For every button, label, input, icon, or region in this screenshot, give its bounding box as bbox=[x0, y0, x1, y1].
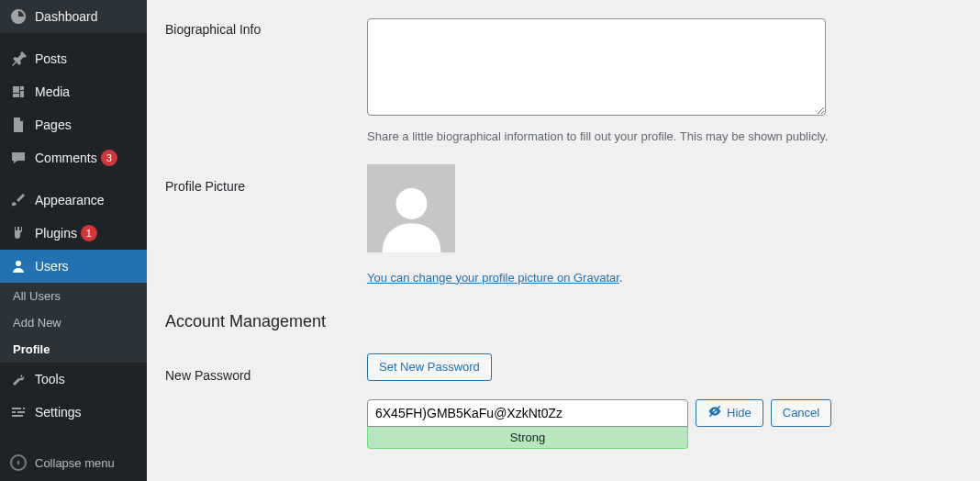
password-strength-indicator: Strong bbox=[367, 427, 688, 449]
collapse-menu-button[interactable]: Collapse menu bbox=[0, 444, 147, 481]
brush-icon bbox=[9, 191, 28, 209]
menu-separator bbox=[0, 174, 147, 184]
menu-label: Appearance bbox=[35, 193, 105, 207]
sidebar-item-users[interactable]: Users bbox=[0, 250, 147, 283]
submenu-profile[interactable]: Profile bbox=[0, 336, 147, 363]
wrench-icon bbox=[9, 370, 28, 388]
menu-label: Pages bbox=[35, 117, 72, 132]
count-badge: 3 bbox=[101, 150, 117, 166]
bio-description: Share a little biographical information … bbox=[367, 128, 962, 146]
submenu-all-users[interactable]: All Users bbox=[0, 283, 147, 309]
password-input-wrap: Strong bbox=[367, 399, 688, 449]
users-submenu: All Users Add New Profile bbox=[0, 283, 147, 363]
menu-label: Dashboard bbox=[35, 9, 98, 24]
bio-row: Biographical Info Share a little biograp… bbox=[165, 0, 962, 146]
password-input[interactable] bbox=[367, 399, 688, 427]
collapse-label: Collapse menu bbox=[35, 456, 115, 470]
pin-icon bbox=[9, 50, 28, 68]
set-new-password-button[interactable]: Set New Password bbox=[367, 353, 492, 381]
picture-label: Profile Picture bbox=[165, 164, 367, 194]
account-management-heading: Account Management bbox=[165, 285, 962, 335]
menu-label: Plugins bbox=[35, 226, 77, 240]
admin-sidebar: Dashboard Posts Media Pages Comments 3 A… bbox=[0, 0, 147, 481]
plug-icon bbox=[9, 224, 28, 242]
bio-field: Share a little biographical information … bbox=[367, 18, 962, 146]
password-input-row: Strong Hide Cancel bbox=[367, 399, 962, 449]
submenu-add-new[interactable]: Add New bbox=[0, 309, 147, 336]
menu-label: Users bbox=[35, 259, 69, 274]
sidebar-item-tools[interactable]: Tools bbox=[0, 363, 147, 396]
new-password-label: New Password bbox=[165, 353, 367, 383]
menu-label: Tools bbox=[35, 372, 65, 386]
cancel-password-button[interactable]: Cancel bbox=[771, 399, 831, 427]
password-field: Set New Password Strong Hide Cancel bbox=[367, 353, 962, 449]
media-icon bbox=[9, 83, 28, 101]
menu-label: Settings bbox=[35, 405, 82, 419]
menu-separator bbox=[0, 33, 147, 42]
count-badge: 1 bbox=[81, 225, 97, 241]
sidebar-item-media[interactable]: Media bbox=[0, 75, 147, 108]
sidebar-item-settings[interactable]: Settings bbox=[0, 396, 147, 429]
sidebar-item-posts[interactable]: Posts bbox=[0, 42, 147, 75]
gravatar-link[interactable]: You can change your profile picture on G… bbox=[367, 271, 619, 285]
picture-field: You can change your profile picture on G… bbox=[367, 164, 962, 285]
menu-label: Comments bbox=[35, 151, 97, 165]
collapse-icon bbox=[9, 453, 28, 472]
sidebar-item-plugins[interactable]: Plugins 1 bbox=[0, 217, 147, 250]
user-icon bbox=[9, 257, 28, 275]
sidebar-item-pages[interactable]: Pages bbox=[0, 108, 147, 141]
svg-point-2 bbox=[395, 187, 427, 218]
avatar-placeholder bbox=[367, 164, 455, 252]
page-icon bbox=[9, 116, 28, 134]
bio-label: Biographical Info bbox=[165, 18, 367, 37]
dashboard-icon bbox=[9, 7, 28, 26]
svg-point-0 bbox=[16, 261, 21, 266]
sidebar-item-comments[interactable]: Comments 3 bbox=[0, 141, 147, 174]
password-row: New Password Set New Password Strong Hid… bbox=[165, 335, 962, 449]
main-content: Biographical Info Share a little biograp… bbox=[147, 0, 980, 481]
menu-label: Posts bbox=[35, 51, 67, 66]
hide-password-button[interactable]: Hide bbox=[696, 399, 763, 427]
comment-icon bbox=[9, 149, 28, 167]
sidebar-item-appearance[interactable]: Appearance bbox=[0, 184, 147, 217]
bio-textarea[interactable] bbox=[367, 18, 826, 116]
menu-label: Media bbox=[35, 84, 70, 99]
sidebar-item-dashboard[interactable]: Dashboard bbox=[0, 0, 147, 33]
gravatar-text: You can change your profile picture on G… bbox=[367, 271, 962, 285]
eye-slash-icon bbox=[707, 404, 722, 421]
hide-button-label: Hide bbox=[727, 406, 752, 419]
settings-icon bbox=[9, 403, 28, 421]
picture-row: Profile Picture You can change your prof… bbox=[165, 146, 962, 285]
